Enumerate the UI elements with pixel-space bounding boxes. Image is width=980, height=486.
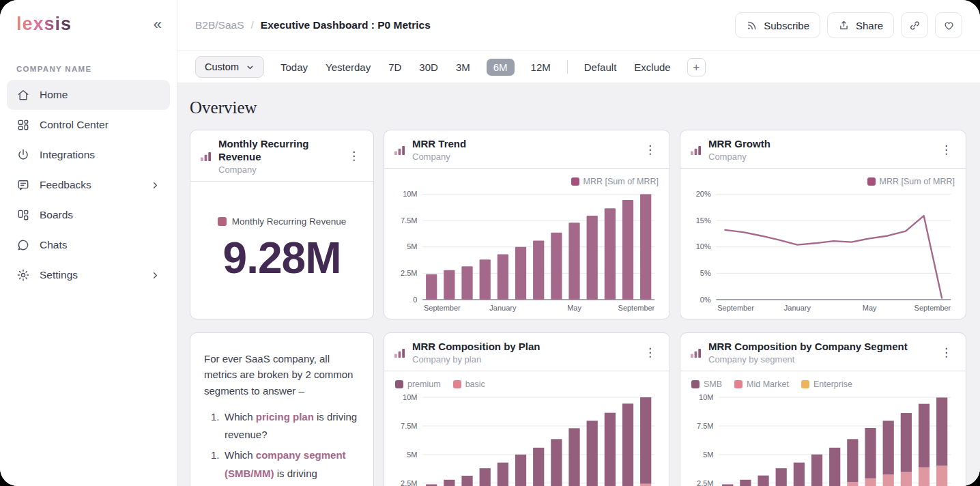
preset-6m[interactable]: 6M	[487, 59, 515, 76]
custom-range-label: Custom	[205, 61, 239, 72]
share-button[interactable]: Share	[827, 12, 894, 38]
bar-chart-icon	[690, 347, 702, 359]
preset-7d[interactable]: 7D	[387, 59, 403, 76]
mrr-growth-chart: 20%15%10%5%0%SeptemberJanuaryMaySeptembe…	[691, 189, 955, 315]
filterbar-divider	[567, 60, 568, 74]
chevron-right-icon	[150, 270, 160, 281]
kebab-menu-icon[interactable]: ⋮	[936, 344, 956, 361]
svg-text:January: January	[489, 304, 517, 312]
svg-text:September: September	[717, 304, 754, 312]
chart-body: MRR [Sum of MRR] 10M7.5M5M2.5M0September…	[384, 169, 669, 319]
sidebar-item-label: Control Center	[40, 119, 160, 131]
svg-text:7.5M: 7.5M	[401, 216, 417, 225]
chart-body: premiumbasic 10M7.5M5M2.5M0SeptemberJanu…	[384, 371, 669, 486]
app-window: lexsis « COMPANY NAME Home Control Cente…	[0, 0, 980, 486]
sidebar-item-home[interactable]: Home	[7, 80, 170, 110]
sidebar-item-control-center[interactable]: Control Center	[7, 110, 170, 140]
sidebar-item-label: Integrations	[40, 149, 160, 161]
kebab-menu-icon[interactable]: ⋮	[640, 141, 660, 158]
chart-body: MRR [Sum of MRR] 20%15%10%5%0%SeptemberJ…	[680, 169, 966, 319]
favorite-button[interactable]	[935, 12, 962, 38]
preset-3m[interactable]: 3M	[455, 59, 472, 76]
chevron-down-icon	[246, 63, 255, 72]
mrr-by-plan-chart: 10M7.5M5M2.5M0SeptemberJanuaryMaySeptemb…	[395, 392, 659, 486]
kebab-menu-icon[interactable]: ⋮	[344, 147, 364, 165]
preset-yesterday[interactable]: Yesterday	[324, 59, 372, 76]
metric-body: Monthly Recurring Revenue 9.28M	[190, 182, 373, 319]
integrations-icon	[16, 148, 30, 162]
card-subtitle: Company	[708, 152, 929, 162]
date-presets: TodayYesterday7D30D3M6M12M	[279, 59, 552, 76]
sidebar-item-chats[interactable]: Chats	[7, 230, 170, 260]
card-titles: MRR Growth Company	[708, 138, 929, 162]
svg-text:2.5M: 2.5M	[401, 478, 417, 486]
preset-30d[interactable]: 30D	[418, 59, 439, 76]
mrr-trend-chart: 10M7.5M5M2.5M0SeptemberJanuaryMaySeptemb…	[395, 189, 659, 315]
breadcrumb-parent[interactable]: B2B/SaaS	[195, 19, 244, 31]
card-titles: MRR Trend Company	[412, 138, 633, 162]
svg-text:10%: 10%	[696, 242, 711, 251]
card-note: For ever SaaS company, all metrics are b…	[190, 332, 374, 486]
svg-text:2.5M: 2.5M	[401, 269, 417, 277]
card-subtitle: Company by segment	[708, 354, 929, 364]
card-header: MRR Growth Company ⋮	[680, 130, 966, 169]
preset-12m[interactable]: 12M	[530, 59, 552, 76]
svg-text:0%: 0%	[700, 296, 711, 304]
card-titles: MRR Composition by Company Segment Compa…	[708, 341, 929, 364]
note-item-marker: 1.	[211, 408, 219, 444]
sidebar-item-label: Boards	[40, 209, 160, 221]
boards-icon	[16, 208, 30, 222]
custom-range-dropdown[interactable]: Custom	[195, 56, 264, 78]
subscribe-button[interactable]: Subscribe	[735, 12, 820, 38]
dashboard-content: Overview Monthly Recurring Revenue Compa…	[177, 83, 980, 486]
topbar: B2B/SaaS / Executive Dashboard : P0 Metr…	[177, 0, 980, 51]
bar-chart-icon	[394, 347, 405, 359]
sidebar-item-label: Settings	[40, 269, 141, 281]
legend-item: MRR [Sum of MRR]	[867, 177, 955, 186]
svg-text:10M: 10M	[403, 393, 417, 401]
control-center-icon	[16, 118, 30, 132]
sidebar-item-feedbacks[interactable]: Feedbacks	[7, 170, 170, 200]
settings-icon	[16, 268, 30, 282]
sidebar-item-integrations[interactable]: Integrations	[7, 140, 170, 170]
page-title: Executive Dashboard : P0 Metrics	[261, 19, 431, 31]
main-area: B2B/SaaS / Executive Dashboard : P0 Metr…	[177, 0, 980, 486]
note-list: 1. Which pricing plan is driving revenue…	[204, 408, 360, 486]
add-filter-button[interactable]: +	[687, 58, 706, 76]
sidebar-collapse-icon[interactable]: «	[154, 17, 162, 32]
svg-text:5%: 5%	[700, 269, 711, 277]
card-mrr-composition-by-plan: MRR Composition by Plan Company by plan …	[384, 332, 670, 486]
card-header: MRR Composition by Company Segment Compa…	[680, 333, 966, 371]
legend-item: Mid Market	[734, 380, 789, 389]
heart-icon	[943, 20, 955, 31]
chats-icon	[16, 238, 30, 252]
mode-default[interactable]: Default	[583, 59, 618, 76]
card-title: MRR Growth	[708, 138, 929, 151]
sidebar-item-label: Feedbacks	[40, 179, 141, 191]
svg-text:September: September	[618, 304, 655, 312]
mode-exclude[interactable]: Exclude	[633, 59, 672, 76]
kebab-menu-icon[interactable]: ⋮	[640, 344, 660, 361]
breadcrumb: B2B/SaaS / Executive Dashboard : P0 Metr…	[195, 19, 431, 31]
card-header: MRR Trend Company ⋮	[384, 130, 669, 169]
rss-icon	[746, 20, 758, 31]
kebab-menu-icon[interactable]: ⋮	[936, 141, 956, 158]
sidebar-item-settings[interactable]: Settings	[7, 260, 170, 290]
card-title: MRR Composition by Plan	[412, 341, 633, 354]
sidebar-item-boards[interactable]: Boards	[7, 200, 170, 230]
chart-legend: premiumbasic	[395, 377, 659, 392]
filterbar: Custom TodayYesterday7D30D3M6M12M Defaul…	[177, 51, 980, 83]
chart-body: SMBMid MarketEnterprise 10M7.5M5M2.5M0Se…	[680, 371, 966, 486]
card-mrr-composition-by-segment: MRR Composition by Company Segment Compa…	[680, 332, 966, 486]
note-item-text: Which pricing plan is driving revenue?	[225, 408, 360, 444]
sidebar-item-label: Home	[40, 89, 160, 101]
card-title: Monthly Recurring Revenue	[218, 138, 337, 164]
feedbacks-icon	[16, 178, 30, 192]
preset-today[interactable]: Today	[279, 59, 309, 76]
svg-text:10M: 10M	[403, 190, 417, 198]
copy-link-button[interactable]	[901, 12, 928, 38]
legend-swatch	[218, 217, 227, 226]
note-body: For ever SaaS company, all metrics are b…	[190, 333, 373, 486]
svg-text:20%: 20%	[696, 190, 711, 198]
lexsis-logo: lexsis	[16, 14, 72, 35]
